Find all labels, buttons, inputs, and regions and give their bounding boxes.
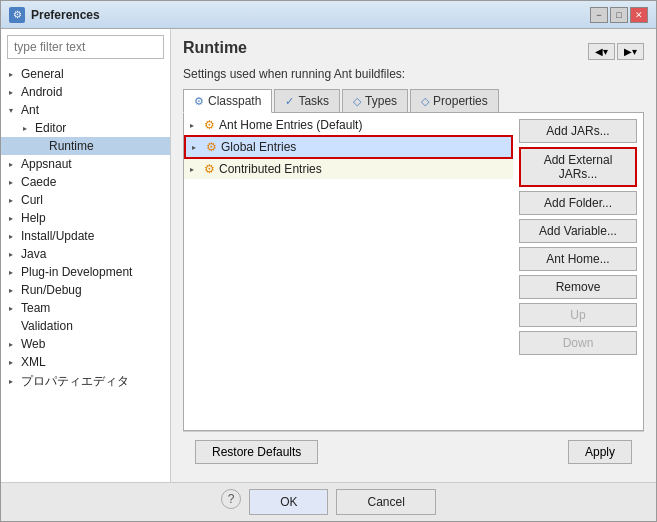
apply-button[interactable]: Apply <box>568 440 632 464</box>
sidebar-item-caede[interactable]: Caede <box>1 173 170 191</box>
sidebar-item-java[interactable]: Java <box>1 245 170 263</box>
entry-arrow: ▸ <box>190 165 200 174</box>
tree-arrow <box>9 268 19 277</box>
help-button[interactable]: ? <box>221 489 241 509</box>
sidebar-item-xml[interactable]: XML <box>1 353 170 371</box>
bottom-bar: Restore Defaults Apply <box>183 431 644 472</box>
sidebar-item-label: Appsnaut <box>21 157 72 171</box>
sidebar-item-label: Runtime <box>49 139 94 153</box>
tree-arrow <box>9 106 19 115</box>
tree-arrow <box>9 214 19 223</box>
sidebar-item-ant[interactable]: Ant <box>1 101 170 119</box>
sidebar-item-install-update[interactable]: Install/Update <box>1 227 170 245</box>
sidebar-item-label: XML <box>21 355 46 369</box>
sidebar-item-general[interactable]: General <box>1 65 170 83</box>
tree-arrow <box>9 196 19 205</box>
sidebar-item-label: Editor <box>35 121 66 135</box>
tree-arrow <box>9 178 19 187</box>
entry-icon: ⚙ <box>204 118 215 132</box>
down-button[interactable]: Down <box>519 331 637 355</box>
tab-properties[interactable]: ◇ Properties <box>410 89 499 112</box>
add-jars-button[interactable]: Add JARs... <box>519 119 637 143</box>
tab-label: Tasks <box>298 94 329 108</box>
add-variable-button[interactable]: Add Variable... <box>519 219 637 243</box>
filter-input[interactable] <box>7 35 164 59</box>
sidebar-item-label: Team <box>21 301 50 315</box>
sidebar-item-web[interactable]: Web <box>1 335 170 353</box>
sidebar-item-appsnaut[interactable]: Appsnaut <box>1 155 170 173</box>
tree-arrow <box>9 286 19 295</box>
tab-label: Properties <box>433 94 488 108</box>
classpath-tab-icon: ⚙ <box>194 95 204 108</box>
tab-label: Classpath <box>208 94 261 108</box>
sidebar-item-team[interactable]: Team <box>1 299 170 317</box>
sidebar-item-editor[interactable]: Editor <box>1 119 170 137</box>
main-content: General Android Ant Editor Runtime <box>1 29 656 482</box>
tree-area: General Android Ant Editor Runtime <box>1 65 170 482</box>
restore-defaults-button[interactable]: Restore Defaults <box>195 440 318 464</box>
entry-ant-home[interactable]: ▸ ⚙ Ant Home Entries (Default) <box>184 115 513 135</box>
tab-classpath[interactable]: ⚙ Classpath <box>183 89 272 113</box>
nav-back-button[interactable]: ◀▾ <box>588 43 615 60</box>
add-folder-button[interactable]: Add Folder... <box>519 191 637 215</box>
entry-icon: ⚙ <box>204 162 215 176</box>
nav-buttons: ◀▾ ▶▾ <box>588 43 644 60</box>
cancel-button[interactable]: Cancel <box>336 489 435 515</box>
right-panel: Runtime ◀▾ ▶▾ Settings used when running… <box>171 29 656 482</box>
entry-global[interactable]: ▸ ⚙ Global Entries <box>184 135 513 159</box>
sidebar-item-curl[interactable]: Curl <box>1 191 170 209</box>
sidebar-item-help[interactable]: Help <box>1 209 170 227</box>
window-title: Preferences <box>31 8 100 22</box>
sidebar-item-android[interactable]: Android <box>1 83 170 101</box>
entry-label: Contributed Entries <box>219 162 322 176</box>
tree-arrow <box>9 160 19 169</box>
tasks-tab-icon: ✓ <box>285 95 294 108</box>
tree-arrow <box>9 70 19 79</box>
tab-tasks[interactable]: ✓ Tasks <box>274 89 340 112</box>
title-bar: ⚙ Preferences − □ ✕ <box>1 1 656 29</box>
sidebar-item-plugin-development[interactable]: Plug-in Development <box>1 263 170 281</box>
tab-types[interactable]: ◇ Types <box>342 89 408 112</box>
maximize-button[interactable]: □ <box>610 7 628 23</box>
sidebar-item-validation[interactable]: Validation <box>1 317 170 335</box>
sidebar-item-label: Curl <box>21 193 43 207</box>
close-button[interactable]: ✕ <box>630 7 648 23</box>
tree-arrow <box>9 250 19 259</box>
entry-arrow: ▸ <box>190 121 200 130</box>
sidebar-item-label: プロパティエディタ <box>21 373 129 390</box>
entry-label: Global Entries <box>221 140 296 154</box>
sidebar-item-label: Plug-in Development <box>21 265 132 279</box>
title-buttons: − □ ✕ <box>590 7 648 23</box>
tree-arrow <box>9 358 19 367</box>
entry-icon: ⚙ <box>206 140 217 154</box>
preferences-window: ⚙ Preferences − □ ✕ General Android <box>0 0 657 522</box>
sidebar-item-label: Validation <box>21 319 73 333</box>
remove-button[interactable]: Remove <box>519 275 637 299</box>
entry-arrow: ▸ <box>192 143 202 152</box>
sidebar-item-label: Ant <box>21 103 39 117</box>
sidebar-item-label: Run/Debug <box>21 283 82 297</box>
sidebar-item-label: Android <box>21 85 62 99</box>
tab-label: Types <box>365 94 397 108</box>
sidebar-item-properties-editor[interactable]: プロパティエディタ <box>1 371 170 392</box>
ok-button[interactable]: OK <box>249 489 328 515</box>
nav-forward-button[interactable]: ▶▾ <box>617 43 644 60</box>
properties-tab-icon: ◇ <box>421 95 429 108</box>
sidebar-item-label: Web <box>21 337 45 351</box>
tree-arrow <box>9 304 19 313</box>
side-buttons: Add JARs... Add External JARs... Add Fol… <box>513 113 643 430</box>
minimize-button[interactable]: − <box>590 7 608 23</box>
sidebar-item-run-debug[interactable]: Run/Debug <box>1 281 170 299</box>
sidebar: General Android Ant Editor Runtime <box>1 29 171 482</box>
ant-home-button[interactable]: Ant Home... <box>519 247 637 271</box>
entry-contributed[interactable]: ▸ ⚙ Contributed Entries <box>184 159 513 179</box>
tree-arrow <box>9 88 19 97</box>
add-external-jars-button[interactable]: Add External JARs... <box>519 147 637 187</box>
window-icon: ⚙ <box>9 7 25 23</box>
sidebar-item-label: General <box>21 67 64 81</box>
types-tab-icon: ◇ <box>353 95 361 108</box>
sidebar-item-runtime[interactable]: Runtime <box>1 137 170 155</box>
up-button[interactable]: Up <box>519 303 637 327</box>
tree-arrow <box>9 232 19 241</box>
panel-title: Runtime <box>183 39 247 57</box>
